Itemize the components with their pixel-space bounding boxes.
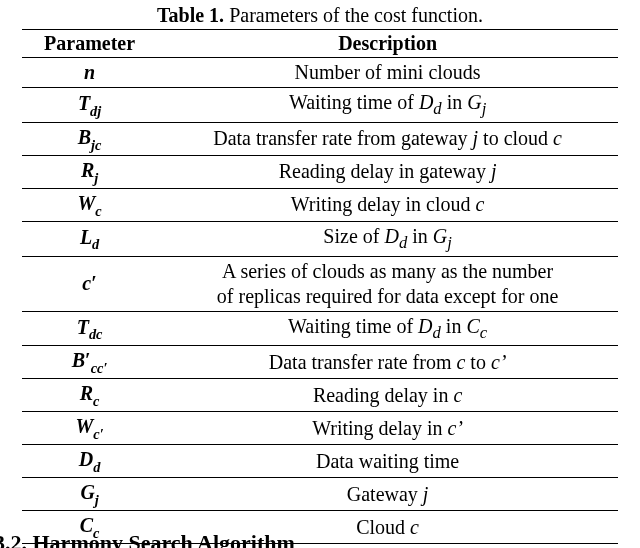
table-row: BjcData transfer rate from gateway j to … — [22, 122, 618, 155]
desc-cell: Data transfer rate from c to c’ — [157, 346, 618, 379]
param-cell: Ld — [22, 221, 157, 256]
parameters-table: Parameter Description nNumber of mini cl… — [22, 29, 618, 544]
table-body: nNumber of mini cloudsTdjWaiting time of… — [22, 58, 618, 544]
col-header-parameter: Parameter — [22, 30, 157, 58]
table-row: c′A series of clouds as many as the numb… — [22, 256, 618, 311]
table-row: B′cc′Data transfer rate from c to c’ — [22, 346, 618, 379]
param-cell: n — [22, 58, 157, 88]
table-row: RjReading delay in gateway j — [22, 155, 618, 188]
param-cell: Wc — [22, 188, 157, 221]
desc-cell: Size of Dd in Gj — [157, 221, 618, 256]
desc-cell: Data transfer rate from gateway j to clo… — [157, 122, 618, 155]
param-cell: Wc′ — [22, 412, 157, 445]
desc-cell: Gateway j — [157, 478, 618, 511]
table-row: WcWriting delay in cloud c — [22, 188, 618, 221]
param-cell: Gj — [22, 478, 157, 511]
table-row: Wc′Writing delay in c’ — [22, 412, 618, 445]
table-row: TdjWaiting time of Dd in Gj — [22, 88, 618, 123]
table-row: TdcWaiting time of Dd in Cc — [22, 311, 618, 346]
table-row: GjGateway j — [22, 478, 618, 511]
desc-cell: Number of mini clouds — [157, 58, 618, 88]
param-cell: Rj — [22, 155, 157, 188]
table-caption-text: Parameters of the cost function. — [229, 4, 483, 26]
section-heading: 3.2. Harmony Search Algorithm — [0, 530, 295, 548]
desc-cell: Waiting time of Dd in Gj — [157, 88, 618, 123]
desc-cell: Data waiting time — [157, 445, 618, 478]
table-label: Table 1. — [157, 4, 224, 26]
desc-cell: A series of clouds as many as the number… — [157, 256, 618, 311]
param-cell: c′ — [22, 256, 157, 311]
param-cell: Bjc — [22, 122, 157, 155]
param-cell: Tdj — [22, 88, 157, 123]
desc-cell: Reading delay in gateway j — [157, 155, 618, 188]
param-cell: B′cc′ — [22, 346, 157, 379]
desc-cell: Writing delay in cloud c — [157, 188, 618, 221]
table-row: DdData waiting time — [22, 445, 618, 478]
table-header-row: Parameter Description — [22, 30, 618, 58]
table-row: nNumber of mini clouds — [22, 58, 618, 88]
table-row: LdSize of Dd in Gj — [22, 221, 618, 256]
desc-cell: Waiting time of Dd in Cc — [157, 311, 618, 346]
col-header-description: Description — [157, 30, 618, 58]
param-cell: Dd — [22, 445, 157, 478]
desc-cell: Reading delay in c — [157, 379, 618, 412]
table-caption: Table 1. Parameters of the cost function… — [0, 4, 640, 27]
param-cell: Tdc — [22, 311, 157, 346]
table-row: RcReading delay in c — [22, 379, 618, 412]
param-cell: Rc — [22, 379, 157, 412]
desc-cell: Writing delay in c’ — [157, 412, 618, 445]
